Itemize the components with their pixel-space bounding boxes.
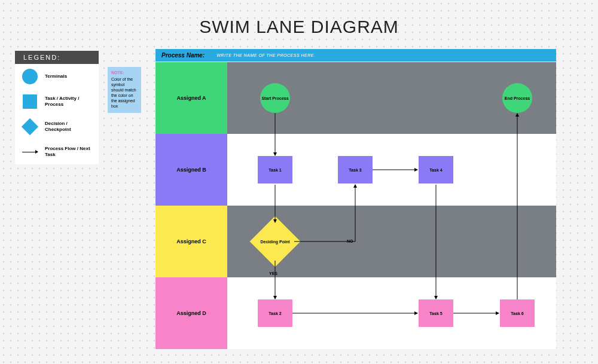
process-name-placeholder[interactable]: WRITE THE NAME OF THE PROCESS HERE.	[216, 53, 315, 57]
legend-row-flow: Process Flow / Next Task	[15, 139, 99, 164]
lane-a-body: Start Process End Process	[227, 62, 556, 134]
task-1[interactable]: Task 1	[258, 156, 292, 183]
legend-row-decision: Decision / Checkpoint	[15, 114, 99, 139]
lane-d: Assigned D Task 2 Task 5 Task 6	[155, 277, 556, 349]
decision-point[interactable]: Deciding Point	[257, 224, 293, 259]
note-panel: NOTE: Color of the symbol should match t…	[108, 67, 141, 113]
legend-header: LEGEND:	[15, 51, 99, 64]
task-5[interactable]: Task 5	[419, 299, 453, 327]
task-6[interactable]: Task 6	[500, 299, 535, 327]
legend-label: Task / Activity / Process	[45, 96, 93, 107]
lane-b-label: Assigned B	[155, 134, 227, 206]
legend-panel: LEGEND: Terminals Task / Activity / Proc…	[15, 51, 99, 164]
task-4[interactable]: Task 4	[419, 156, 453, 183]
lane-a-label: Assigned A	[155, 62, 227, 134]
lane-a: Assigned A Start Process End Process	[155, 62, 556, 134]
note-title: NOTE:	[111, 71, 138, 75]
process-name-bar: Process Name: WRITE THE NAME OF THE PROC…	[155, 49, 556, 62]
diamond-icon	[21, 118, 39, 136]
no-label: NO	[347, 239, 353, 243]
lane-d-label: Assigned D	[155, 277, 227, 349]
process-name-label: Process Name:	[161, 52, 205, 59]
lane-b-body: Task 1 Task 3 Task 4	[227, 134, 556, 206]
diagram-title: SWIM LANE DIAGRAM	[199, 17, 399, 37]
decision-label: Deciding Point	[261, 240, 290, 244]
legend-row-task: Task / Activity / Process	[15, 89, 99, 114]
lane-d-body: Task 2 Task 5 Task 6	[227, 277, 556, 349]
task-3[interactable]: Task 3	[338, 156, 373, 183]
circle-icon	[21, 68, 39, 85]
square-icon	[21, 93, 39, 111]
lane-c-body: Deciding Point NO YES	[227, 206, 556, 277]
yes-label: YES	[269, 271, 277, 276]
swimlane-diagram: Process Name: WRITE THE NAME OF THE PROC…	[155, 49, 556, 349]
lane-c: Assigned C Deciding Point NO YES	[155, 206, 556, 277]
start-terminal[interactable]: Start Process	[260, 83, 290, 113]
legend-row-terminals: Terminals	[15, 64, 99, 89]
lane-b: Assigned B Task 1 Task 3 Task 4	[155, 134, 556, 206]
task-2[interactable]: Task 2	[258, 299, 292, 327]
legend-label: Decision / Checkpoint	[45, 121, 93, 132]
legend-label: Terminals	[45, 74, 67, 79]
lane-c-label: Assigned C	[155, 206, 227, 277]
arrow-icon	[21, 143, 39, 161]
legend-label: Process Flow / Next Task	[45, 146, 93, 157]
note-text: Color of the symbol should match the col…	[111, 77, 138, 109]
end-terminal[interactable]: End Process	[502, 83, 532, 113]
